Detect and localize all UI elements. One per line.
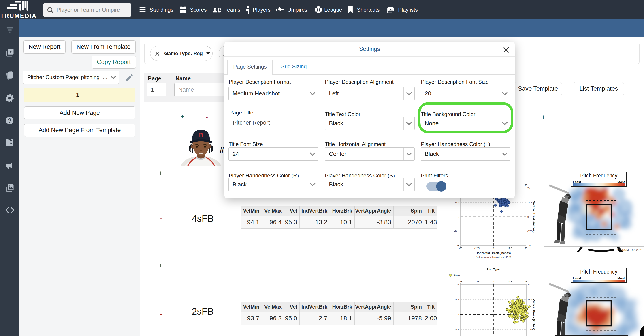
svg-text:25: 25 [456,283,459,286]
svg-text:12.5: 12.5 [455,298,459,301]
svg-text:12.5: 12.5 [528,298,532,301]
svg-text:12.5: 12.5 [508,247,512,249]
svg-text:© TRUMEDIA 2024: © TRUMEDIA 2024 [617,248,643,251]
svg-text:12.5: 12.5 [528,201,532,204]
svg-text:0: 0 [528,313,529,316]
svg-text:Vertical Break (inches): Vertical Break (inches) [532,299,536,330]
svg-text:?: ? [8,117,11,124]
svg-text:25: 25 [525,280,528,283]
svg-text:-25: -25 [528,244,531,247]
svg-text:0: 0 [493,247,494,249]
svg-text:25: 25 [525,184,528,187]
svg-text:-12.5: -12.5 [454,230,459,232]
svg-text:12.5: 12.5 [508,280,512,283]
svg-text:-25: -25 [459,247,462,249]
svg-text:Sinker: Sinker [453,274,460,277]
svg-text:0: 0 [458,313,459,316]
svg-text:25: 25 [528,283,530,286]
svg-text:0: 0 [493,280,494,283]
svg-text:-25: -25 [459,280,462,283]
svg-text:-12.5: -12.5 [528,328,533,331]
svg-text:-12.5: -12.5 [528,230,532,232]
svg-text:Horizontal Break (inches): Horizontal Break (inches) [476,251,511,255]
svg-text:-25: -25 [456,244,460,247]
svg-text:-12.5: -12.5 [474,247,480,249]
svg-text:-12.5: -12.5 [474,280,480,283]
svg-text:PitchType: PitchType [487,268,500,271]
svg-text:25: 25 [525,247,528,249]
svg-text:Vertical Break (inches): Vertical Break (inches) [532,201,536,232]
svg-text:Pitch movement from pitcher's: Pitch movement from pitcher's POV [476,256,511,258]
svg-text:-12.5: -12.5 [454,328,459,331]
svg-text:0: 0 [458,216,459,218]
svg-text:12.5: 12.5 [455,201,460,204]
svg-text:B: B [199,131,203,139]
svg-text:25: 25 [528,187,530,189]
svg-text:0: 0 [528,216,529,218]
